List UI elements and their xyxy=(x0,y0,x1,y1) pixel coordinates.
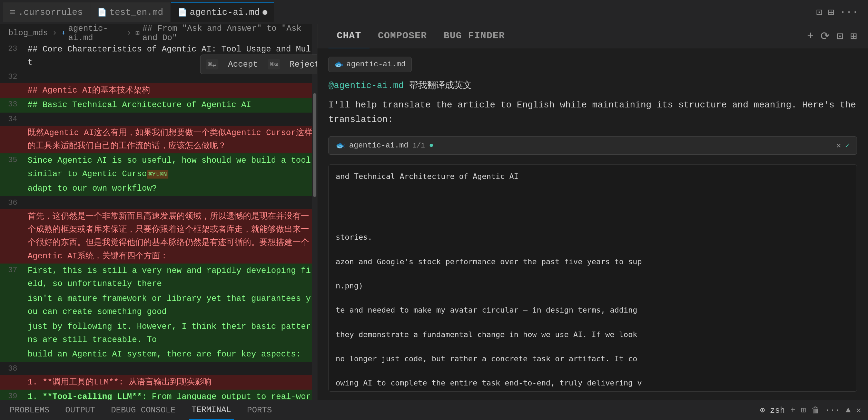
scrollbar-thumb xyxy=(313,93,316,197)
chat-panel: CHAT COMPOSER BUG FINDER + ⟳ ⊡ ⊞ 🐟 agent… xyxy=(317,24,868,400)
terminal-tab-ports[interactable]: PORTS xyxy=(244,400,275,420)
code-line-spacer5 xyxy=(336,243,850,255)
breadcrumb-section-icon: ⊞ xyxy=(136,29,140,37)
terminal-tab-output[interactable]: OUTPUT xyxy=(62,400,98,420)
code-line-end-to-end: owing AI to complete the entire task end… xyxy=(336,377,850,389)
tab-agentic-ai[interactable]: 📄 agentic-ai.md xyxy=(171,2,274,22)
code-line-spacer10 xyxy=(336,365,850,377)
code-line-spacer8 xyxy=(336,316,850,328)
inline-file-close[interactable]: ✕ xyxy=(837,141,841,150)
code-line-change: they demonstrate a fundamental change in… xyxy=(336,328,850,341)
code-line-concrete: no longer just code, but rather a concre… xyxy=(336,353,850,365)
line-35: 35 Since Agentic AI is so useful, how sh… xyxy=(0,153,317,181)
breadcrumb: blog_mds › ⬇ agentic-ai.md › ⊞ ## From "… xyxy=(0,24,317,42)
terminal-split-icon[interactable]: ⊞ xyxy=(801,405,806,415)
terminal-tab-terminal-label: TERMINAL xyxy=(191,405,231,414)
line-39: 39 1. **Tool-calling LLM**: From languag… xyxy=(0,390,317,400)
tab-composer[interactable]: COMPOSER xyxy=(369,24,435,48)
agentic-breadcrumb-icon: ⬇ xyxy=(61,29,66,37)
ai-message-text: I'll help translate the article to Engli… xyxy=(328,100,856,125)
line-36: 36 xyxy=(0,196,317,209)
user-mention: @agentic-ai.md xyxy=(328,80,404,91)
tab-test-en[interactable]: 📄 test_en.md xyxy=(90,2,170,22)
terminal-trash-icon[interactable]: 🗑 xyxy=(811,405,820,415)
line-37d: build an Agentic AI system, there are fo… xyxy=(0,347,317,362)
terminal-close-icon[interactable]: ✕ xyxy=(856,405,861,415)
line-35b: adapt to our own workflow? xyxy=(0,181,317,196)
tab-cursorrules-label: .cursorrules xyxy=(18,7,83,18)
tab-test-en-label: test_en.md xyxy=(109,7,163,18)
tab-bar: ≡ .cursorrules 📄 test_en.md 📄 agentic-ai… xyxy=(0,0,868,24)
chat-maximize-icon[interactable]: ⊡ xyxy=(837,29,843,43)
breadcrumb-filename: agentic-ai.md xyxy=(68,24,122,42)
code-line-spacer2 xyxy=(336,195,850,207)
context-chip: 🐟 agentic-ai.md xyxy=(328,57,412,72)
reject-button[interactable]: Reject xyxy=(286,58,317,71)
terminal-add-icon[interactable]: + xyxy=(790,405,795,415)
line-del-llm-label-cn: 1. **调用工具的LLM**: 从语言输出到现实影响 xyxy=(0,375,317,390)
accept-key: ⌘↵ xyxy=(206,59,218,69)
test-en-icon: 📄 xyxy=(97,8,107,17)
reject-key: ⌘⌫ xyxy=(268,59,280,69)
terminal-bar-right: ⊕ zsh + ⊞ 🗑 ··· ▲ ✕ xyxy=(760,405,861,415)
accept-reject-bar: ⌘↵ Accept ⌘⌫ Reject ▲ ▼ xyxy=(200,55,317,74)
tab-modified-dot xyxy=(263,10,267,15)
terminal-collapse-icon[interactable]: ▲ xyxy=(846,405,850,415)
code-line-spacer3 xyxy=(336,207,850,219)
terminal-tab-ports-label: PORTS xyxy=(247,405,272,415)
chat-header-actions: + ⟳ ⊡ ⊞ xyxy=(807,29,857,43)
accept-button[interactable]: Accept xyxy=(224,58,262,71)
terminal-tab-debug-label: DEBUG CONSOLE xyxy=(111,405,176,415)
split-editor-icon[interactable]: ⊡ xyxy=(816,6,822,19)
add-chat-icon[interactable]: + xyxy=(807,30,813,42)
terminal-tab-terminal[interactable]: TERMINAL xyxy=(189,400,234,420)
inline-file-check[interactable]: ✓ xyxy=(845,141,850,150)
code-line-spacer9 xyxy=(336,341,850,353)
code-line-spacer7 xyxy=(336,292,850,304)
line-37c: just by following it. However, I think t… xyxy=(0,319,317,347)
inline-file-ref: 🐟 agentic-ai.md 1/1 ● ✕ ✓ xyxy=(328,136,857,155)
terminal-tab-problems[interactable]: PROBLEMS xyxy=(7,400,52,420)
editor-scrollbar[interactable] xyxy=(312,24,317,400)
tab-chat-label: CHAT xyxy=(337,30,361,41)
terminal-more-icon[interactable]: ··· xyxy=(825,405,840,415)
main-area: blog_mds › ⬇ agentic-ai.md › ⊞ ## From "… xyxy=(0,24,868,400)
user-message: @agentic-ai.md 帮我翻译成英文 xyxy=(328,79,857,91)
chat-history-icon[interactable]: ⟳ xyxy=(820,29,830,43)
inline-filename: agentic-ai.md xyxy=(349,141,408,150)
tab-cursorrules[interactable]: ≡ .cursorrules xyxy=(3,2,90,22)
layout-icon[interactable]: ⊞ xyxy=(828,6,834,19)
line-34: 34 xyxy=(0,113,317,126)
terminal-tab-debug[interactable]: DEBUG CONSOLE xyxy=(108,400,178,420)
tab-bug-finder[interactable]: BUG FINDER xyxy=(435,24,513,48)
line-33: 33 ## Basic Technical Architecture of Ag… xyxy=(0,98,317,112)
tab-bug-finder-label: BUG FINDER xyxy=(444,30,505,41)
inline-file-dot: ● xyxy=(429,141,434,150)
terminal-shell-label: ⊕ zsh xyxy=(760,405,785,415)
code-line-avatar: te and needed to make my avatar circular… xyxy=(336,304,850,316)
breadcrumb-section: ## From "Ask and Answer" to "Ask and Do" xyxy=(142,24,309,42)
code-block: and Technical Architecture of Agentic AI… xyxy=(328,164,857,392)
reject-label: Reject xyxy=(290,60,317,69)
ai-message: I'll help translate the article to Engli… xyxy=(328,98,857,127)
code-line-spacer4 xyxy=(336,219,850,231)
tab-chat[interactable]: CHAT xyxy=(328,24,369,48)
code-line-stories: stories. xyxy=(336,231,850,243)
breadcrumb-blog-mds: blog_mds xyxy=(8,28,48,38)
code-line-1: and Technical Architecture of Agentic AI xyxy=(336,170,850,182)
context-file-icon: 🐟 xyxy=(334,60,344,69)
agentic-ai-icon: 📄 xyxy=(178,8,187,17)
inline-file-icon: 🐟 xyxy=(336,141,345,150)
inline-file-pages: 1/1 xyxy=(413,142,425,150)
tab-agentic-ai-label: agentic-ai.md xyxy=(190,7,260,18)
chat-messages: 🐟 agentic-ai.md @agentic-ai.md 帮我翻译成英文 I… xyxy=(317,48,868,400)
editor-panel: blog_mds › ⬇ agentic-ai.md › ⊞ ## From "… xyxy=(0,24,317,400)
user-message-text: 帮我翻译成英文 xyxy=(409,80,472,91)
terminal-tab-output-label: OUTPUT xyxy=(65,405,95,415)
editor-content: 23 ## Core Characteristics of Agentic AI… xyxy=(0,42,317,400)
line-38: 38 xyxy=(0,362,317,375)
chat-popout-icon[interactable]: ⊞ xyxy=(850,29,857,43)
more-actions-icon[interactable]: ··· xyxy=(840,6,858,18)
context-filename: agentic-ai.md xyxy=(346,60,406,69)
line-37: 37 First, this is still a very new and r… xyxy=(0,264,317,292)
